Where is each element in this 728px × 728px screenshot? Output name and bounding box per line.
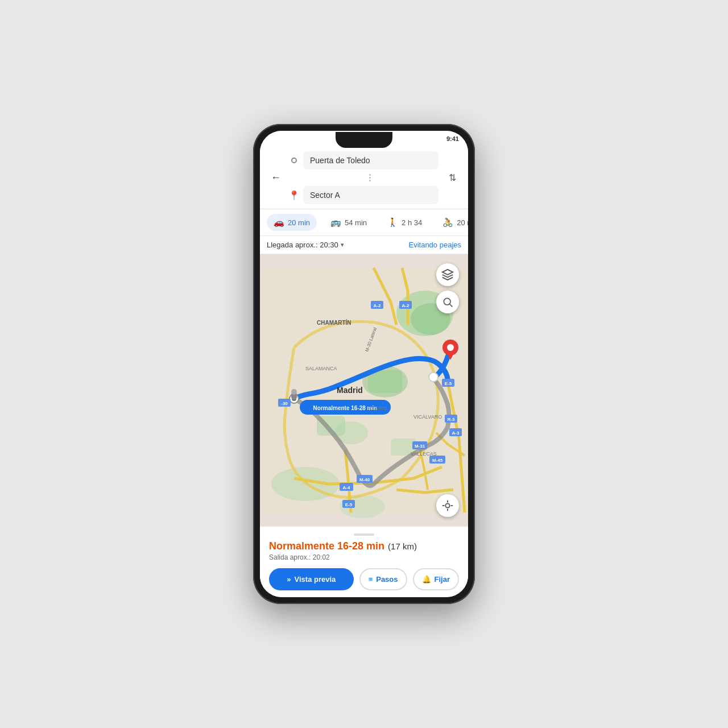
walk-duration: 2 h 34 xyxy=(402,218,422,227)
swap-icon: ⇅ xyxy=(449,172,456,183)
search-map-button[interactable] xyxy=(436,291,459,313)
action-buttons: » Vista previa ≡ Pasos 🔔 Fijar xyxy=(269,568,459,590)
back-button[interactable]: ← xyxy=(267,169,285,187)
search-map-icon xyxy=(442,296,453,308)
svg-text:A-2: A-2 xyxy=(402,303,410,308)
location-button[interactable] xyxy=(436,494,459,517)
route-options-bar: Llegada aprox.: 20:30 ▾ Evitando peajes xyxy=(260,236,468,254)
route-time-text: Normalmente 16-28 min xyxy=(269,540,384,552)
svg-point-18 xyxy=(447,344,454,351)
tab-transit[interactable]: 🚌 54 min xyxy=(324,214,374,231)
svg-text:A-4: A-4 xyxy=(343,485,350,490)
steps-icon: ≡ xyxy=(369,575,373,584)
transit-duration: 54 min xyxy=(345,218,367,227)
arrival-text: Llegada aprox.: 20:30 xyxy=(267,241,338,249)
origin-input[interactable] xyxy=(303,151,439,169)
route-time-line: Normalmente 16-28 min (17 km) xyxy=(269,540,459,552)
phone-screen: 9:41 ← xyxy=(260,131,468,597)
svg-text:A-3: A-3 xyxy=(452,431,460,436)
car-duration: 20 min xyxy=(288,218,310,227)
map-container: Normalmente 16-28 min A-2 A-2 xyxy=(260,254,468,526)
svg-text:CHAMARTÍN: CHAMARTÍN xyxy=(317,319,351,326)
nav-header: ← xyxy=(260,147,468,209)
pin-bell-icon: 🔔 xyxy=(422,575,431,584)
arrival-info[interactable]: Llegada aprox.: 20:30 ▾ xyxy=(267,241,344,249)
steps-button[interactable]: ≡ Pasos xyxy=(359,568,407,590)
bottom-panel: Normalmente 16-28 min (17 km) Salida apr… xyxy=(260,526,468,597)
origin-icon xyxy=(289,156,299,165)
walk-icon: 🚶 xyxy=(387,217,398,228)
svg-point-19 xyxy=(429,373,438,382)
route-separator xyxy=(301,173,439,183)
svg-point-49 xyxy=(444,298,450,305)
origin-row xyxy=(289,151,439,169)
svg-text:M-31: M-31 xyxy=(415,444,425,449)
svg-line-50 xyxy=(450,304,453,307)
route-distance-text: (17 km) xyxy=(388,541,417,551)
svg-text:A-2: A-2 xyxy=(374,303,381,308)
nav-top-row: ← xyxy=(267,151,461,204)
steps-label: Pasos xyxy=(376,575,398,584)
svg-text:M-40: M-40 xyxy=(359,477,370,482)
destination-input[interactable] xyxy=(303,186,439,204)
tab-bike[interactable]: 🚴 20 mi xyxy=(436,214,468,231)
svg-text:E-5: E-5 xyxy=(445,381,452,386)
sep-dot-3 xyxy=(369,180,371,181)
status-time: 9:41 xyxy=(446,135,459,142)
svg-text:-30: -30 xyxy=(281,401,288,406)
destination-row: 📍 xyxy=(289,186,439,204)
dropdown-arrow-icon: ▾ xyxy=(341,241,344,249)
phone-frame: 9:41 ← xyxy=(253,124,475,604)
car-icon: 🚗 xyxy=(274,217,284,228)
sep-dot-1 xyxy=(369,174,371,176)
layers-icon xyxy=(441,268,454,281)
bike-duration: 20 mi xyxy=(457,218,468,227)
route-departure-text: Salida aprox.: 20:02 xyxy=(269,553,459,561)
svg-text:E-5: E-5 xyxy=(345,502,353,507)
notch xyxy=(336,132,392,148)
preview-label: Vista previa xyxy=(295,575,336,584)
swap-button[interactable]: ⇅ xyxy=(443,169,461,187)
tab-walk[interactable]: 🚶 2 h 34 xyxy=(380,214,429,231)
svg-text:Madrid: Madrid xyxy=(337,386,363,395)
svg-text:M-45: M-45 xyxy=(432,458,443,463)
map-svg: Normalmente 16-28 min A-2 A-2 xyxy=(260,254,468,526)
location-icon xyxy=(441,499,454,512)
svg-text:RETIRO: RETIRO xyxy=(368,406,387,411)
preview-icon: » xyxy=(287,575,291,584)
transit-icon: 🚌 xyxy=(330,217,341,228)
sep-dot-2 xyxy=(369,177,371,179)
pin-label: Fijar xyxy=(435,575,450,584)
circle-dot-icon xyxy=(291,158,297,163)
svg-text:SALAMANCA: SALAMANCA xyxy=(305,366,337,371)
svg-point-51 xyxy=(445,503,449,507)
avoid-tolls-button[interactable]: Evitando peajes xyxy=(408,241,461,249)
svg-text:VICÁLVARO: VICÁLVARO xyxy=(413,414,442,420)
transport-tabs: 🚗 20 min 🚌 54 min 🚶 2 h 34 🚴 20 mi xyxy=(260,209,468,236)
back-icon: ← xyxy=(271,172,281,184)
pin-icon: 📍 xyxy=(288,190,300,201)
bike-icon: 🚴 xyxy=(442,217,453,228)
nav-inputs: 📍 xyxy=(289,151,439,204)
svg-point-15 xyxy=(291,389,297,395)
drag-handle xyxy=(354,533,374,536)
destination-icon: 📍 xyxy=(289,191,299,200)
layers-button[interactable] xyxy=(436,263,459,286)
svg-text:R-3: R-3 xyxy=(448,417,455,422)
tab-car[interactable]: 🚗 20 min xyxy=(267,214,317,231)
preview-button[interactable]: » Vista previa xyxy=(269,568,354,590)
svg-text:VALLECAS: VALLECAS xyxy=(411,451,437,457)
pin-button[interactable]: 🔔 Fijar xyxy=(413,568,459,590)
